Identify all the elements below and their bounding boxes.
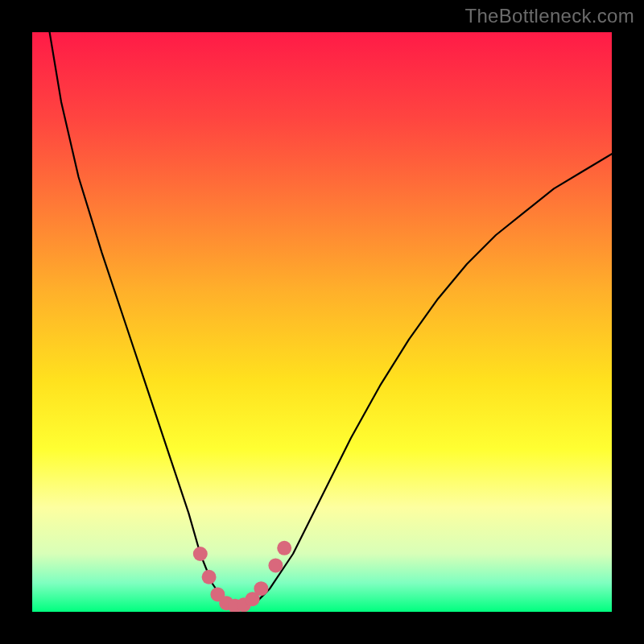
watermark-text: TheBottleneck.com <box>464 5 634 27</box>
plot-area <box>32 32 612 612</box>
marker-dot <box>277 541 291 555</box>
chart-svg <box>32 32 612 612</box>
highlight-markers <box>193 541 291 612</box>
marker-dot <box>193 547 208 561</box>
marker-dot <box>202 570 217 584</box>
marker-dot <box>254 581 268 596</box>
marker-dot <box>268 558 283 572</box>
bottleneck-curve <box>50 32 612 606</box>
chart-frame: TheBottleneck.com <box>0 0 644 644</box>
